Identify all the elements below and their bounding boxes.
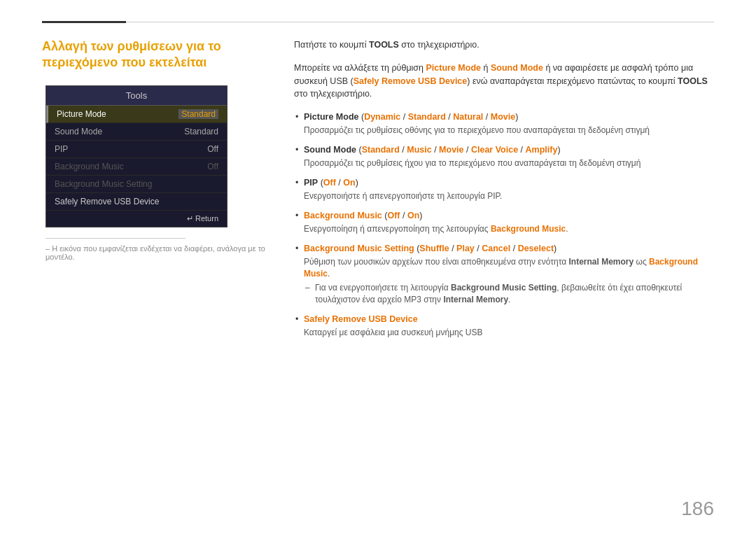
- sound-mode-label: Sound Mode: [55, 127, 102, 136]
- internal-memory-ref2: Internal Memory: [443, 295, 508, 304]
- tools-bold-2: TOOLS: [678, 76, 708, 86]
- bgs-play: Play: [456, 244, 475, 253]
- list-item-safely-remove: Safely Remove USB Device Καταργεί με ασφ…: [294, 313, 714, 339]
- sm-amplify: Amplify: [526, 145, 558, 155]
- pip-value: Off: [207, 144, 218, 154]
- top-decoration: [42, 21, 714, 23]
- picture-mode-ref: Picture Mode: [426, 63, 482, 73]
- safely-remove-title: Safely Remove USB Device: [304, 313, 714, 325]
- thin-line: [126, 22, 714, 22]
- pip-off: Off: [323, 178, 336, 188]
- pm-natural: Natural: [453, 112, 483, 122]
- sm-clearvoice: Clear Voice: [471, 145, 518, 155]
- intro-para-1: Πατήστε το κουμπί TOOLS στο τηλεχειριστή…: [294, 38, 714, 52]
- picture-mode-value: Standard: [178, 109, 218, 119]
- list-item-picture-mode: Picture Mode (Dynamic / Standard / Natur…: [294, 111, 714, 136]
- left-column: Αλλαγή των ρυθμίσεων για το περιεχόμενο …: [42, 38, 266, 499]
- safely-remove-label: Safely Remove USB Device: [55, 197, 159, 206]
- bg-music-desc-bold: Background Music: [491, 224, 566, 234]
- return-button[interactable]: ↵ Return: [187, 214, 218, 223]
- page-title: Αλλαγή των ρυθμίσεων για το περιεχόμενο …: [42, 38, 266, 71]
- bg-music-setting-title: Background Music Setting (Shuffle / Play…: [304, 242, 714, 255]
- sound-mode-title-bold: Sound Mode: [304, 145, 356, 155]
- menu-item-pip[interactable]: PIP Off: [46, 141, 227, 158]
- pip-title-bold: PIP: [304, 178, 318, 188]
- internal-memory-ref1: Internal Memory: [568, 257, 634, 267]
- page-container: Αλλαγή των ρυθμίσεων για το περιεχόμενο …: [0, 0, 756, 534]
- bgs-deselect: Deselect: [518, 244, 554, 253]
- sm-music: Music: [407, 145, 431, 155]
- list-item-pip: PIP (Off / On) Ενεργοποιήστε ή απενεργοπ…: [294, 176, 714, 202]
- thick-line: [42, 21, 126, 23]
- menu-item-safely-remove[interactable]: Safely Remove USB Device: [46, 193, 227, 211]
- pip-title: PIP (Off / On): [304, 176, 714, 189]
- picture-mode-title: Picture Mode (Dynamic / Standard / Natur…: [304, 111, 714, 123]
- bgs-shuffle: Shuffle: [419, 244, 449, 253]
- sound-mode-desc: Προσαρμόζει τις ρυθμίσεις ήχου για το πε…: [304, 157, 714, 169]
- menu-item-picture-mode[interactable]: Picture Mode Standard: [46, 106, 227, 123]
- content-area: Αλλαγή των ρυθμίσεων για το περιεχόμενο …: [42, 38, 714, 499]
- right-column: Πατήστε το κουμπί TOOLS στο τηλεχειριστή…: [294, 38, 714, 499]
- bgs-cancel: Cancel: [482, 244, 510, 253]
- pm-movie: Movie: [491, 112, 515, 122]
- intro-para-2: Μπορείτε να αλλάξετε τη ρύθμιση Picture …: [294, 62, 714, 101]
- pip-desc: Ενεργοποιήστε ή απενεργοποιήστε τη λειτο…: [304, 190, 714, 202]
- menu-item-background-music: Background Music Off: [46, 158, 227, 176]
- sm-movie: Movie: [439, 145, 463, 155]
- pip-on: On: [343, 178, 355, 188]
- tools-footer: ↵ Return: [46, 211, 227, 227]
- tools-bold-1: TOOLS: [369, 40, 399, 50]
- pm-dynamic: Dynamic: [364, 112, 400, 122]
- bg-music-title: Background Music (Off / On): [304, 209, 714, 222]
- list-item-bg-music: Background Music (Off / On) Ενεργοποίηση…: [294, 209, 714, 235]
- safely-remove-ref: Safely Remove USB Device: [354, 76, 468, 86]
- separator-line: [46, 238, 186, 239]
- bg-music-desc: Ενεργοποίηση ή απενεργοποίηση της λειτου…: [304, 223, 714, 235]
- bg-music-label: Background Music: [55, 162, 124, 171]
- list-item-sound-mode: Sound Mode (Standard / Music / Movie / C…: [294, 143, 714, 169]
- bullet-list: Picture Mode (Dynamic / Standard / Natur…: [294, 111, 714, 339]
- sound-mode-value: Standard: [184, 127, 218, 136]
- menu-item-sound-mode[interactable]: Sound Mode Standard: [46, 123, 227, 141]
- safely-remove-desc: Καταργεί με ασφάλεια μια συσκευή μνήμης …: [304, 327, 714, 339]
- sound-mode-ref: Sound Mode: [491, 63, 543, 73]
- picture-mode-label: Picture Mode: [57, 109, 106, 119]
- bgm-on: On: [407, 211, 419, 220]
- bg-music-ref: Background Music: [304, 257, 698, 279]
- dash-note-bg-music-setting: Για να ενεργοποιήσετε τη λειτουργία Back…: [304, 282, 714, 306]
- sound-mode-title: Sound Mode (Standard / Music / Movie / C…: [304, 143, 714, 156]
- bg-music-setting-desc: Ρύθμιση των μουσικών αρχείων που είναι α…: [304, 256, 714, 280]
- bg-music-title-bold: Background Music: [304, 211, 382, 220]
- bgs-bold-ref: Background Music Setting: [451, 283, 556, 293]
- picture-mode-desc: Προσαρμόζει τις ρυθμίσεις οθόνης για το …: [304, 125, 714, 136]
- bg-music-setting-title-bold: Background Music Setting: [304, 244, 414, 253]
- menu-item-bg-music-setting: Background Music Setting: [46, 176, 227, 193]
- menu-note: – Η εικόνα που εμφανίζεται ενδέχεται να …: [42, 244, 266, 261]
- tools-menu: Tools Picture Mode Standard Sound Mode S…: [46, 85, 227, 227]
- list-item-bg-music-setting: Background Music Setting (Shuffle / Play…: [294, 242, 714, 306]
- pip-label: PIP: [55, 144, 68, 154]
- bg-music-value: Off: [207, 162, 218, 171]
- bg-music-setting-label: Background Music Setting: [55, 179, 152, 189]
- safely-remove-title-bold: Safely Remove USB Device: [304, 314, 418, 324]
- sm-standard: Standard: [362, 145, 400, 155]
- pm-standard: Standard: [408, 112, 446, 122]
- picture-mode-title-bold: Picture Mode: [304, 112, 359, 122]
- page-number: 186: [681, 498, 714, 520]
- tools-header: Tools: [46, 86, 227, 106]
- bgm-off: Off: [387, 211, 400, 220]
